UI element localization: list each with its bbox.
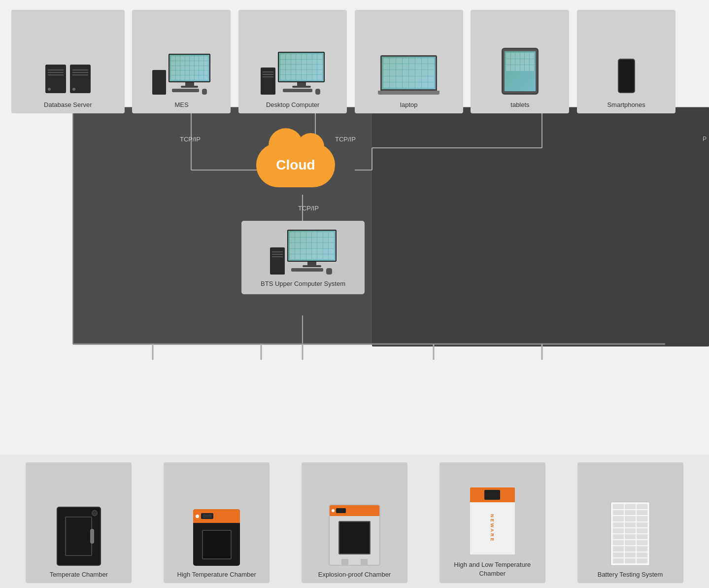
tcpip-label-far-right: P [703,136,707,142]
bts-computer-icon [270,230,337,275]
battery-testing-label: Battery Testing System [598,571,663,578]
explosion-proof-chamber: Explosion-proof Chamber [302,462,407,583]
smartphones-label: Smartphones [607,101,645,108]
temperate-chamber: Temperate Chamber [26,462,132,583]
database-server-label: Database Server [44,101,92,108]
mes-device: MES [132,10,231,113]
high-temp-chamber-icon [193,509,240,566]
hl-temp-chamber-label: High and Low Temperature Chamber [447,560,538,578]
tablet-icon [502,48,539,95]
high-temp-chamber-label: High Temperature Chamber [177,571,256,578]
tcpip-label-right: TCP/IP [335,136,356,143]
desktop-computer-label: Desktop Computer [266,101,319,108]
desktop-icon [261,52,325,95]
smartphone-icon [618,59,635,93]
mes-icon [152,54,210,95]
hl-temp-chamber-icon: NEWARE [469,486,516,555]
desktop-computer-device: Desktop Computer [238,10,347,113]
tablets-label: tablets [510,101,529,108]
hl-temp-chamber: NEWARE High and Low Temperature Chamber [439,462,545,583]
battery-testing-system: Battery Testing System [577,462,683,583]
bts-system: BTS Upper Computer System [241,221,365,294]
high-temp-chamber: High Temperature Chamber [164,462,270,583]
tablets-device: tablets [471,10,569,113]
explosion-proof-icon [329,504,380,566]
laptop-device: laptop [355,10,463,113]
cloud-label: Cloud [276,157,315,173]
temperate-chamber-icon [57,507,101,566]
database-server-device: Database Server [11,10,125,113]
laptop-label: laptop [400,101,417,108]
tcpip-label-bottom: TCP/IP [298,205,319,212]
laptop-icon [378,55,439,95]
cloud: Cloud [256,143,335,187]
server-icon [45,65,91,93]
tcpip-label-left: TCP/IP [180,136,201,143]
battery-testing-icon [610,502,650,566]
explosion-proof-label: Explosion-proof Chamber [318,571,391,578]
smartphones-device: Smartphones [577,10,675,113]
temperate-chamber-label: Temperate Chamber [50,571,108,578]
mes-label: MES [174,101,188,108]
bts-label: BTS Upper Computer System [261,279,345,288]
